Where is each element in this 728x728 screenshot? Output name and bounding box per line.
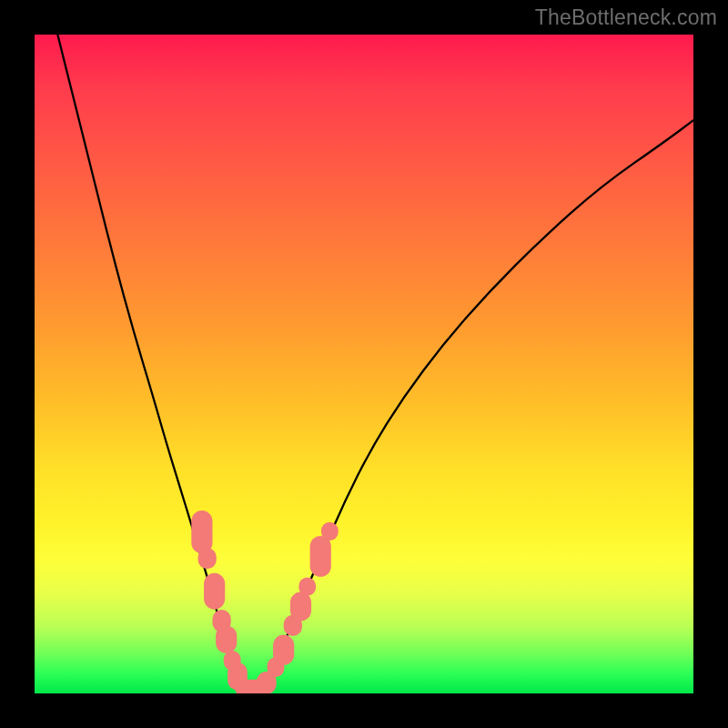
watermark-text: TheBottleneck.com: [535, 5, 717, 30]
chart-svg: [35, 35, 693, 693]
marker-layer: [191, 511, 338, 693]
data-marker: [310, 536, 331, 577]
data-marker: [191, 511, 212, 553]
data-marker: [298, 578, 316, 596]
curve-right-branch: [262, 120, 693, 693]
plot-area: [35, 35, 693, 693]
data-marker: [204, 573, 225, 610]
data-marker: [273, 635, 294, 665]
chart-frame: TheBottleneck.com: [0, 0, 728, 728]
curve-right-branch: [262, 120, 693, 693]
data-marker: [198, 548, 217, 569]
data-marker: [216, 625, 237, 652]
data-marker: [321, 522, 339, 541]
data-marker: [290, 592, 311, 622]
